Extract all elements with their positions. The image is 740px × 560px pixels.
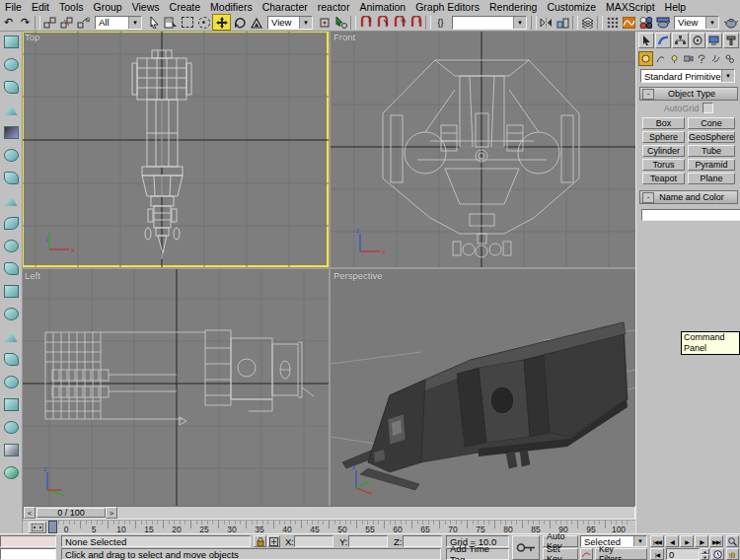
track-bar-ruler[interactable]: 0 5 10 15 20 25 30 35 40 45 50 55 60 65 … — [52, 521, 632, 534]
set-key-button[interactable]: Set Key — [543, 548, 578, 560]
selection-lock-icon[interactable] — [254, 535, 266, 547]
teapot-button[interactable]: Teapot — [642, 173, 685, 184]
mirror-icon[interactable] — [538, 15, 555, 30]
left-toolbar-icon[interactable] — [2, 464, 20, 481]
tab-utilities[interactable] — [723, 33, 739, 48]
play-button[interactable]: ▶ — [680, 535, 694, 547]
edit-named-selection-sets-icon[interactable]: {} — [432, 15, 449, 30]
curve-editor-icon[interactable] — [621, 15, 637, 30]
menu-create[interactable]: Create — [165, 1, 206, 13]
pan-view-icon[interactable] — [726, 548, 739, 560]
frame-spinner[interactable]: ▲ ▼ — [701, 548, 709, 560]
viewport-label-perspective[interactable]: Perspective — [333, 270, 383, 281]
named-selection-sets-dropdown[interactable]: ▼ — [452, 16, 527, 30]
menu-edit[interactable]: Edit — [27, 1, 54, 13]
menu-graph-editors[interactable]: Graph Editors — [410, 1, 484, 13]
tab-modify[interactable] — [655, 33, 671, 48]
left-toolbar-icon[interactable] — [2, 79, 20, 96]
time-slider-thumb[interactable]: 0 / 100 — [37, 508, 106, 518]
undo-icon[interactable]: ↶ — [0, 15, 17, 30]
key-mode-toggle-icon[interactable]: |◀ — [650, 548, 664, 560]
y-coordinate-field[interactable] — [348, 535, 388, 547]
viewport-perspective[interactable]: z Perspective — [331, 269, 635, 506]
rollout-object-type[interactable]: - Object Type — [639, 87, 738, 101]
percent-snap-toggle-icon[interactable]: % — [391, 15, 407, 30]
track-bar[interactable]: 0 5 10 15 20 25 30 35 40 45 50 55 60 65 … — [23, 520, 635, 534]
reference-coordinate-system-dropdown[interactable]: View ▼ — [267, 16, 313, 30]
go-to-start-button[interactable]: |◀◀ — [650, 535, 664, 547]
angle-snap-toggle-icon[interactable] — [374, 15, 391, 30]
left-toolbar-icon[interactable] — [2, 283, 20, 300]
go-to-end-button[interactable]: ▶▶| — [709, 535, 723, 547]
unlink-selection-icon[interactable] — [58, 15, 75, 30]
left-toolbar-icon[interactable] — [2, 215, 20, 232]
left-toolbar-icon[interactable] — [2, 170, 20, 186]
tab-hierarchy[interactable] — [672, 33, 688, 48]
select-and-manipulate-icon[interactable] — [333, 15, 349, 30]
left-toolbar-icon[interactable] — [2, 56, 20, 73]
primitive-category-dropdown[interactable]: Standard Primitives ▼ — [640, 69, 735, 83]
tab-create[interactable] — [638, 33, 654, 48]
time-slider-next-icon[interactable]: > — [106, 507, 117, 519]
select-and-scale-icon[interactable] — [248, 15, 264, 30]
subtab-geometry[interactable] — [638, 51, 653, 66]
menu-reactor[interactable]: reactor — [313, 1, 355, 13]
current-frame-field[interactable] — [666, 548, 700, 560]
mini-curve-editor-button[interactable] — [29, 522, 46, 533]
menu-file[interactable]: File — [0, 1, 27, 13]
torus-button[interactable]: Torus — [642, 159, 685, 171]
current-frame-marker[interactable] — [48, 521, 57, 533]
absolute-offset-mode-icon[interactable] — [267, 535, 280, 547]
sphere-button[interactable]: Sphere — [642, 131, 685, 143]
select-object-icon[interactable] — [145, 15, 162, 30]
next-frame-button[interactable]: |▶ — [695, 535, 708, 547]
align-icon[interactable] — [555, 15, 571, 30]
menu-tools[interactable]: Tools — [54, 1, 89, 13]
menu-views[interactable]: Views — [127, 1, 165, 13]
crossing-selection-icon[interactable] — [195, 15, 212, 30]
menu-maxscript[interactable]: MAXScript — [601, 1, 660, 13]
render-type-dropdown[interactable]: View ▼ — [674, 16, 719, 30]
menu-rendering[interactable]: Rendering — [484, 1, 542, 13]
redo-icon[interactable]: ↷ — [17, 15, 34, 30]
viewport-top[interactable]: zx Top — [22, 31, 329, 267]
maxscript-mini-listener-macro[interactable] — [0, 535, 56, 547]
menu-modifiers[interactable]: Modifiers — [205, 1, 258, 13]
spinner-snap-toggle-icon[interactable]: ↕ — [407, 15, 424, 30]
material-editor-icon[interactable] — [637, 15, 654, 30]
snap-toggle-3d-icon[interactable]: 3 — [357, 15, 374, 30]
left-toolbar-icon[interactable] — [2, 102, 20, 118]
geosphere-button[interactable]: GeoSphere — [688, 131, 735, 143]
left-toolbar-icon[interactable] — [2, 396, 20, 413]
schematic-view-icon[interactable] — [604, 15, 621, 30]
key-filters-button[interactable]: Key Filters... — [595, 548, 647, 560]
subtab-helpers[interactable] — [696, 52, 708, 65]
viewport-left[interactable]: z Left — [22, 269, 329, 506]
left-toolbar-icon[interactable] — [2, 192, 20, 209]
subtab-systems[interactable] — [723, 52, 736, 65]
left-toolbar-icon[interactable] — [2, 306, 20, 322]
x-coordinate-field[interactable] — [294, 535, 333, 547]
quick-render-icon[interactable] — [722, 15, 739, 30]
left-toolbar-icon[interactable] — [2, 351, 20, 368]
viewport-label-front[interactable]: Front — [333, 32, 355, 42]
select-and-link-icon[interactable] — [41, 15, 58, 30]
rollout-collapse-icon[interactable]: - — [642, 89, 654, 100]
time-slider-prev-icon[interactable]: < — [24, 507, 36, 519]
left-toolbar-icon[interactable] — [2, 419, 20, 436]
layer-manager-icon[interactable] — [579, 15, 596, 30]
menu-help[interactable]: Help — [660, 1, 692, 13]
left-toolbar-icon[interactable] — [2, 260, 20, 277]
new-key-default-in-out-icon[interactable] — [580, 548, 593, 560]
rollout-collapse-icon[interactable]: - — [642, 192, 654, 203]
rectangular-selection-region-icon[interactable] — [179, 15, 195, 30]
selection-filter-dropdown[interactable]: All ▼ — [95, 16, 142, 30]
bind-to-space-warp-icon[interactable] — [75, 15, 92, 30]
left-toolbar-icon[interactable] — [2, 442, 20, 458]
menu-group[interactable]: Group — [89, 1, 127, 13]
left-toolbar-icon[interactable] — [2, 34, 20, 50]
cone-button[interactable]: Cone — [688, 117, 735, 129]
tab-motion[interactable] — [690, 33, 705, 48]
select-by-name-icon[interactable] — [162, 15, 179, 30]
tube-button[interactable]: Tube — [688, 145, 735, 157]
